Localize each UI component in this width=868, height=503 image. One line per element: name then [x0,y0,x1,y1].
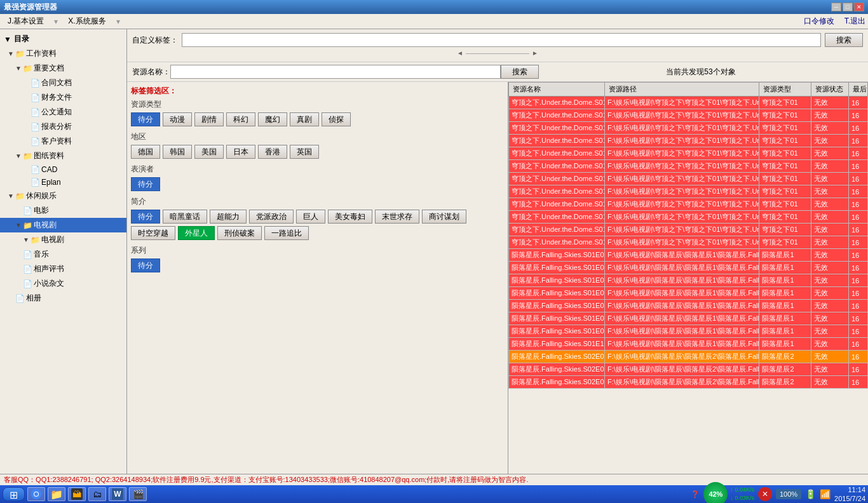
custom-tag-input[interactable] [182,33,821,47]
taskbar-app-files[interactable]: 🗂 [88,487,106,501]
tree-item-drawings[interactable]: ▼ 📁 图纸资料 [0,149,126,163]
filter-btn-post-apocalyptic[interactable]: 末世求存 [375,210,419,224]
filter-btn-drama[interactable]: 剧情 [194,112,224,126]
col-header-name[interactable]: 资源名称 [509,83,605,97]
menu-password[interactable]: 口令修改 [804,16,834,27]
table-row[interactable]: 穹顶之下.Under.the.Dome.S01E... F:\娱乐\电视剧\穹顶… [509,160,868,173]
minimize-button[interactable]: ─ [831,3,841,11]
filter-btn-realshow[interactable]: 真剧 [290,112,319,126]
start-button[interactable]: ⊞ [3,487,25,501]
cell-status: 无效 [811,249,849,262]
tree-item-comedy[interactable]: 📄 相声评书 [0,262,126,276]
col-header-status[interactable]: 资源状态 [811,83,849,97]
tree-item-important-docs[interactable]: ▼ 📁 重要文档 [0,61,126,76]
resource-name-input[interactable] [170,65,501,79]
table-row[interactable]: 陨落星辰.Falling.Skies.S01E08.C... F:\娱乐\电视剧… [509,312,868,325]
tree-item-contract[interactable]: 📄 合同文档 [0,76,126,90]
filter-btn-japan[interactable]: 日本 [226,145,255,159]
menu-exit[interactable]: T.退出 [844,16,865,27]
table-row[interactable]: 陨落星辰.Falling.Skies.S01E04.C... F:\娱乐\电视剧… [509,262,868,274]
filter-btn-hongkong[interactable]: 香港 [258,145,287,159]
taskbar-app-media[interactable]: 🎬 [129,487,147,501]
table-row[interactable]: 穹顶之下.Under.the.Dome.S01E... F:\娱乐\电视剧\穹顶… [509,173,868,185]
data-table-wrapper[interactable]: 资源名称 资源路径 资源类型 资源状态 最后 穹顶之下.Under.the.Do… [508,82,868,474]
table-row[interactable]: 穹顶之下.Under.the.Dome.S01E... F:\娱乐\电视剧\穹顶… [509,224,868,236]
taskbar-app-word[interactable]: W [109,487,126,501]
filter-btn-germany[interactable]: 德国 [131,145,160,159]
filter-btn-series-pending[interactable]: 待分 [131,258,160,272]
network-circle[interactable]: 42% [703,482,728,503]
filter-btn-korea[interactable]: 韩国 [163,145,192,159]
menu-system-service[interactable]: X.系统服务 [63,15,111,28]
filter-btn-pending[interactable]: 待分 [131,112,160,126]
filter-btn-alien[interactable]: 外星人 [178,226,215,240]
close-button[interactable]: ✕ [854,3,864,11]
tree-item-cad[interactable]: 📄 CAD [0,163,126,176]
filter-btn-party-politics[interactable]: 党派政治 [249,210,294,224]
tree-item-novel[interactable]: 📄 小说杂文 [0,276,126,291]
filter-btn-giant[interactable]: 巨人 [296,210,325,224]
col-header-last[interactable]: 最后 [848,83,867,97]
help-icon[interactable]: ❓ [691,490,700,499]
col-header-path[interactable]: 资源路径 [605,83,759,97]
filter-btn-detective[interactable]: 侦探 [322,112,351,126]
table-row[interactable]: 陨落星辰.Falling.Skies.S02E02.C... F:\娱乐\电视剧… [509,363,868,376]
table-row[interactable]: 陨落星辰.Falling.Skies.S01E07.C... F:\娱乐\电视剧… [509,300,868,312]
filter-btn-intro-pending[interactable]: 待分 [131,210,160,224]
table-row[interactable]: 穹顶之下.Under.the.Dome.S01E... F:\娱乐\电视剧\穹顶… [509,97,868,109]
tree-item-notice[interactable]: 📄 公文通知 [0,105,126,119]
scroll-left-arrow[interactable]: ◄ [457,50,463,57]
tree-item-tv-drama[interactable]: ▼ 📁 电视剧 [0,218,126,232]
tree-item-tv-drama-sub[interactable]: ▼ 📁 电视剧 [0,232,126,247]
scroll-right-arrow[interactable]: ► [532,50,538,57]
tree-item-leisure[interactable]: ▼ 📁 休闲娱乐 [0,189,126,203]
table-row[interactable]: 陨落星辰.Falling.Skies.S01E10.C... F:\娱乐\电视剧… [509,338,868,351]
tree-item-eplan[interactable]: 📄 Eplan [0,176,126,189]
search-button-2[interactable]: 搜索 [501,65,539,79]
filter-btn-dark-story[interactable]: 暗黑童话 [163,210,207,224]
cell-name: 陨落星辰.Falling.Skies.S01E05.C... [509,274,605,287]
tree-item-report[interactable]: 📄 报表分析 [0,119,126,134]
table-row[interactable]: 陨落星辰.Falling.Skies.S02E03.C... F:\娱乐\电视剧… [509,376,868,389]
table-row[interactable]: 穹顶之下.Under.the.Dome.S01E... F:\娱乐\电视剧\穹顶… [509,185,868,198]
filter-btn-uk[interactable]: 英国 [290,145,319,159]
filter-btn-usa[interactable]: 美国 [194,145,224,159]
table-row[interactable]: 穹顶之下.Under.the.Dome.S01E... F:\娱乐\电视剧\穹顶… [509,236,868,249]
table-row[interactable]: 穹顶之下.Under.the.Dome.S01E... F:\娱乐\电视剧\穹顶… [509,122,868,135]
filter-btn-femme-fatale[interactable]: 美女毒妇 [328,210,372,224]
filter-btn-magic[interactable]: 魔幻 [258,112,287,126]
col-header-type[interactable]: 资源类型 [759,83,811,97]
table-row[interactable]: 穹顶之下.Under.the.Dome.S01E... F:\娱乐\电视剧\穹顶… [509,109,868,122]
filter-btn-anime[interactable]: 动漫 [163,112,192,126]
tree-item-finance[interactable]: 📄 财务文件 [0,90,126,105]
maximize-button[interactable]: □ [843,3,853,11]
tree-item-customer[interactable]: 📄 客户资料 [0,134,126,149]
taskbar-app-explorer[interactable]: 📁 [48,487,65,501]
table-row[interactable]: 穹顶之下.Under.the.Dome.S01E... F:\娱乐\电视剧\穹顶… [509,198,868,211]
table-row[interactable]: 陨落星辰.Falling.Skies.S01E05.C... F:\娱乐\电视剧… [509,274,868,287]
network-widget-area: 42% ↑ 0.04K/s ↓ 0.03K/s [703,482,754,503]
table-row[interactable]: 穹顶之下.Under.the.Dome.S01E... F:\娱乐\电视剧\穹顶… [509,135,868,147]
scroll-bar[interactable] [466,53,529,57]
filter-btn-superpower[interactable]: 超能力 [210,210,247,224]
filter-btn-time-travel[interactable]: 时空穿越 [131,226,175,240]
menu-basic-settings[interactable]: J.基本设置 [3,15,49,28]
filter-btn-chase[interactable]: 一路追比 [264,226,309,240]
filter-btn-scheming[interactable]: 商讨谋划 [422,210,466,224]
taskbar-app-photo[interactable]: 🏔 [68,487,86,501]
filter-btn-crime-solving[interactable]: 刑侦破案 [217,226,262,240]
table-row[interactable]: 穹顶之下.Under.the.Dome.S01E... F:\娱乐\电视剧\穹顶… [509,211,868,224]
table-row[interactable]: 陨落星辰.Falling.Skies.S01E06.C... F:\娱乐\电视剧… [509,287,868,300]
tree-item-work[interactable]: ▼ 📁 工作资料 [0,46,126,61]
search-button-1[interactable]: 搜索 [825,33,863,47]
taskbar-app-browser[interactable] [27,487,45,501]
filter-btn-actor-pending[interactable]: 待分 [131,177,160,191]
table-row[interactable]: 陨落星辰.Falling.Skies.S01E01-0... F:\娱乐\电视剧… [509,249,868,262]
tree-item-movie[interactable]: 📄 电影 [0,203,126,218]
table-row[interactable]: 穹顶之下.Under.the.Dome.S01E... F:\娱乐\电视剧\穹顶… [509,147,868,160]
filter-btn-scifi[interactable]: 科幻 [226,112,255,126]
table-row[interactable]: 陨落星辰.Falling.Skies.S02E01.C... F:\娱乐\电视剧… [509,351,868,363]
tree-item-music[interactable]: 📄 音乐 [0,247,126,262]
table-row[interactable]: 陨落星辰.Falling.Skies.S01E09.C... F:\娱乐\电视剧… [509,325,868,338]
tree-item-album[interactable]: 📄 相册 [0,291,126,305]
